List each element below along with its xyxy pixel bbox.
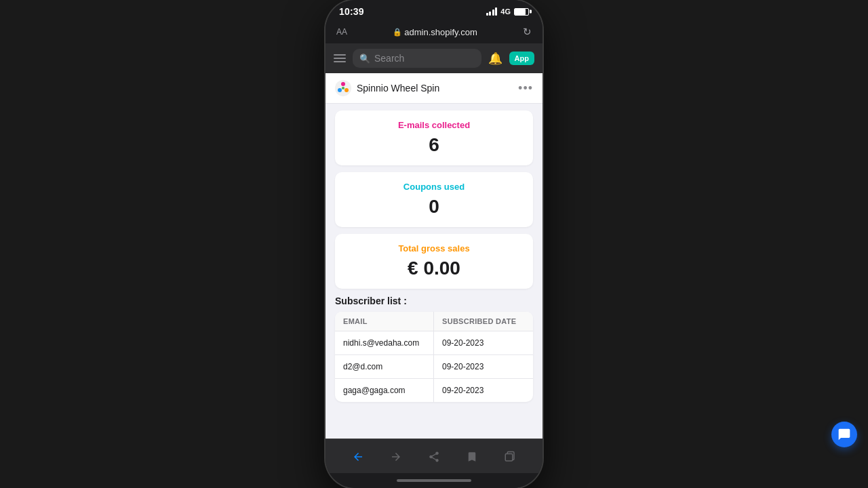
stats-container: E-mails collected 6 Coupons used 0 Total… xyxy=(326,104,542,296)
date-cell: 09-20-2023 xyxy=(434,331,533,354)
emails-label: E-mails collected xyxy=(346,120,522,130)
svg-point-4 xyxy=(342,87,344,89)
home-line xyxy=(397,479,471,482)
date-cell: 09-20-2023 xyxy=(434,355,533,378)
refresh-icon[interactable]: ↻ xyxy=(523,26,532,38)
bottom-nav xyxy=(326,439,542,473)
aa-label: AA xyxy=(336,27,347,37)
sales-value: € 0.00 xyxy=(346,258,522,279)
coupons-label: Coupons used xyxy=(346,182,522,192)
svg-point-2 xyxy=(344,88,349,92)
signal-bars-icon xyxy=(486,7,498,16)
email-column-header: EMAIL xyxy=(335,312,434,331)
table-row: gaga@gaga.com 09-20-2023 xyxy=(335,379,533,402)
bookmarks-button[interactable] xyxy=(460,446,484,468)
status-bar: 10:39 4G xyxy=(326,0,542,22)
email-cell: gaga@gaga.com xyxy=(335,379,434,402)
url-text: admin.shopify.com xyxy=(404,27,477,37)
forward-button[interactable] xyxy=(384,446,408,468)
app-logo xyxy=(335,80,351,96)
more-options-button[interactable]: ••• xyxy=(518,81,533,96)
url-display[interactable]: 🔒 admin.shopify.com xyxy=(393,27,477,37)
coupons-value: 0 xyxy=(346,196,522,218)
app-name: Spinnio Wheel Spin xyxy=(357,83,439,94)
emails-value: 6 xyxy=(346,134,522,156)
app-header: Spinnio Wheel Spin ••• xyxy=(326,73,542,104)
hamburger-icon xyxy=(334,54,346,56)
table-row: nidhi.s@vedaha.com 09-20-2023 xyxy=(335,331,533,355)
bell-icon[interactable]: 🔔 xyxy=(488,52,502,66)
menu-button[interactable] xyxy=(334,54,346,62)
hamburger-icon xyxy=(334,61,346,62)
search-bar[interactable]: 🔍 Search xyxy=(353,49,481,68)
toolbar-right: 🔔 App xyxy=(488,52,534,66)
svg-rect-5 xyxy=(505,454,513,462)
svg-point-1 xyxy=(341,82,345,86)
address-bar: AA 🔒 admin.shopify.com ↻ xyxy=(326,22,542,43)
app-badge[interactable]: App xyxy=(509,52,534,65)
main-content: Spinnio Wheel Spin ••• E-mails collected… xyxy=(326,73,542,439)
subscriber-table: EMAIL SUBSCRIBED DATE nidhi.s@vedaha.com… xyxy=(335,312,533,402)
table-row: d2@d.com 09-20-2023 xyxy=(335,355,533,379)
search-placeholder: Search xyxy=(374,53,404,64)
search-icon: 🔍 xyxy=(359,54,370,64)
emails-card: E-mails collected 6 xyxy=(335,110,533,165)
browser-toolbar: 🔍 Search 🔔 App xyxy=(326,43,542,73)
svg-point-3 xyxy=(338,88,342,92)
date-cell: 09-20-2023 xyxy=(434,379,533,402)
coupons-card: Coupons used 0 xyxy=(335,172,533,227)
hamburger-icon xyxy=(334,58,346,59)
email-cell: d2@d.com xyxy=(335,355,434,378)
home-indicator xyxy=(326,473,542,488)
lock-icon: 🔒 xyxy=(393,28,402,37)
share-button[interactable] xyxy=(422,446,446,468)
date-column-header: SUBSCRIBED DATE xyxy=(434,312,533,331)
back-button[interactable] xyxy=(346,446,370,468)
status-icons: 4G xyxy=(486,7,529,16)
sales-label: Total gross sales xyxy=(346,243,522,253)
status-time: 10:39 xyxy=(339,6,364,17)
subscriber-title: Subscriber list : xyxy=(335,296,533,306)
subscriber-section: Subscriber list : EMAIL SUBSCRIBED DATE … xyxy=(326,296,542,409)
tabs-button[interactable] xyxy=(498,446,522,468)
app-header-left: Spinnio Wheel Spin xyxy=(335,80,439,96)
table-header: EMAIL SUBSCRIBED DATE xyxy=(335,312,533,331)
battery-icon xyxy=(514,8,529,16)
sales-card: Total gross sales € 0.00 xyxy=(335,234,533,289)
email-cell: nidhi.s@vedaha.com xyxy=(335,331,434,354)
signal-text: 4G xyxy=(500,7,511,16)
